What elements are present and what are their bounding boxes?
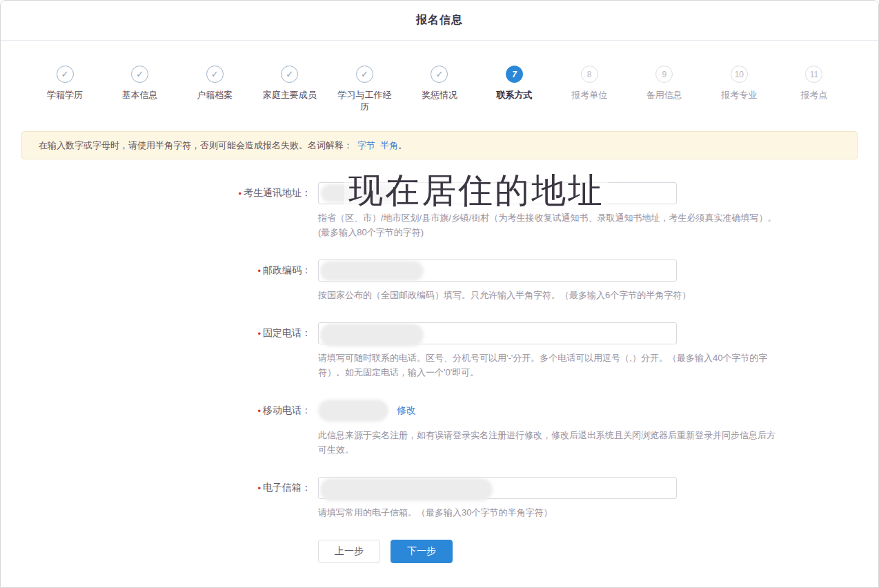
postal-code-control: 按国家公布的（全国邮政编码）填写。只允许输入半角字符。（最多输入6个字节的半角字… <box>318 259 782 302</box>
step-label: 奖惩情况 <box>422 89 457 101</box>
step-household-archive[interactable]: ✓ 户籍档案 <box>182 66 247 112</box>
mobile-phone-label: •移动电话： <box>1 400 311 457</box>
halfwidth-glossary-link[interactable]: 半角 <box>380 139 398 152</box>
step-number: 8 <box>581 66 598 83</box>
check-icon: ✓ <box>57 66 74 83</box>
next-step-button[interactable]: 下一步 <box>391 540 453 563</box>
wizard-stepper: ✓ 学籍学历 ✓ 基本信息 ✓ 户籍档案 ✓ 家庭主要成员 ✓ 学习与工作经历 … <box>1 41 878 112</box>
step-application-major[interactable]: 10 报考专业 <box>707 66 771 112</box>
step-study-work-experience[interactable]: ✓ 学习与工作经历 <box>332 66 397 112</box>
step-label: 联系方式 <box>497 89 533 101</box>
email-row: •电子信箱： 请填写常用的电子信箱。（最多输入30个字节的半角字符） <box>1 477 878 520</box>
halfwidth-notice-banner: 在输入数字或字母时，请使用半角字符，否则可能会造成报名失败。名词解释： 字节 半… <box>21 131 858 159</box>
step-application-site[interactable]: 11 报考点 <box>782 66 847 112</box>
mailing-address-help: 指省（区、市）/地市区划/县市旗/乡镇/街村（为考生接收复试通知书、录取通知书地… <box>318 210 782 239</box>
page-title: 报名信息 <box>416 13 463 28</box>
mobile-phone-value-wrap: 修改 <box>318 400 782 422</box>
mailing-address-row: •考生通讯地址： 现在居住的地址 指省（区、市）/地市区划/县市旗/乡镇/街村（… <box>1 182 878 239</box>
fixed-phone-label: •固定电话： <box>1 322 311 380</box>
mailing-address-control: 现在居住的地址 指省（区、市）/地市区划/县市旗/乡镇/街村（为考生接收复试通知… <box>318 182 782 239</box>
modify-mobile-link[interactable]: 修改 <box>397 404 416 417</box>
step-basic-info[interactable]: ✓ 基本信息 <box>108 66 172 112</box>
address-annotation-overlay: 现在居住的地址 <box>344 172 609 209</box>
check-icon: ✓ <box>206 66 224 83</box>
mobile-phone-row: •移动电话： 修改 此信息来源于实名注册，如有误请登录实名注册进行修改，修改后退… <box>1 400 878 457</box>
fixed-phone-control: 请填写可随时联系的电话。区号、分机号可以用'-'分开。多个电话可以用逗号（,）分… <box>318 322 782 380</box>
step-label: 报考点 <box>800 89 827 101</box>
email-label: •电子信箱： <box>1 477 311 520</box>
step-label: 备用信息 <box>646 89 682 101</box>
postal-code-row: •邮政编码： 按国家公布的（全国邮政编码）填写。只允许输入半角字符。（最多输入6… <box>1 259 878 302</box>
contact-info-form: •考生通讯地址： 现在居住的地址 指省（区、市）/地市区划/县市旗/乡镇/街村（… <box>1 182 878 582</box>
required-mark: • <box>257 406 261 416</box>
step-number: 9 <box>655 66 673 83</box>
step-label: 学籍学历 <box>47 89 83 101</box>
step-label: 学习与工作经历 <box>335 89 394 112</box>
header: 报名信息 <box>1 1 878 41</box>
check-icon: ✓ <box>356 66 373 83</box>
required-mark: • <box>238 188 241 199</box>
step-number: 11 <box>805 66 822 83</box>
required-mark: • <box>257 483 261 493</box>
step-rewards-punishments[interactable]: ✓ 奖惩情况 <box>407 66 472 112</box>
step-application-unit[interactable]: 8 报考单位 <box>557 66 622 112</box>
step-label: 家庭主要成员 <box>263 89 317 101</box>
mailing-address-label: •考生通讯地址： <box>1 182 311 239</box>
step-label: 报考专业 <box>721 89 757 101</box>
step-contact-info[interactable]: 7 联系方式 <box>482 66 547 112</box>
step-number: 10 <box>731 66 748 83</box>
check-icon: ✓ <box>431 66 448 83</box>
required-mark: • <box>257 266 261 276</box>
step-label: 报考单位 <box>571 89 607 101</box>
previous-step-button[interactable]: 上一步 <box>318 540 380 563</box>
fixed-phone-help: 请填写可随时联系的电话。区号、分机号可以用'-'分开。多个电话可以用逗号（,）分… <box>318 351 782 380</box>
email-help: 请填写常用的电子信箱。（最多输入30个字节的半角字符） <box>318 505 782 520</box>
notice-text: 在输入数字或字母时，请使用半角字符，否则可能会造成报名失败。名词解释： <box>39 139 353 152</box>
postal-code-help: 按国家公布的（全国邮政编码）填写。只允许输入半角字符。（最多输入6个字节的半角字… <box>318 288 782 302</box>
postal-code-input[interactable] <box>318 259 677 282</box>
mobile-phone-help: 此信息来源于实名注册，如有误请登录实名注册进行修改，修改后退出系统且关闭浏览器后… <box>318 428 782 457</box>
required-mark: • <box>257 329 261 339</box>
form-actions: 上一步 下一步 <box>318 540 878 582</box>
step-family-members[interactable]: ✓ 家庭主要成员 <box>257 66 322 112</box>
postal-code-label: •邮政编码： <box>1 259 311 302</box>
notice-suffix: 。 <box>398 139 407 152</box>
step-label: 基本信息 <box>122 89 158 101</box>
step-backup-info[interactable]: 9 备用信息 <box>632 66 697 112</box>
byte-glossary-link[interactable]: 字节 <box>357 139 375 152</box>
mobile-phone-control: 修改 此信息来源于实名注册，如有误请登录实名注册进行修改，修改后退出系统且关闭浏… <box>318 400 782 457</box>
check-icon: ✓ <box>281 66 298 83</box>
step-number: 7 <box>506 66 523 83</box>
step-label: 户籍档案 <box>197 89 233 101</box>
fixed-phone-input[interactable] <box>318 322 677 344</box>
check-icon: ✓ <box>131 66 148 83</box>
step-academic-record[interactable]: ✓ 学籍学历 <box>32 66 97 112</box>
email-input[interactable] <box>318 477 677 499</box>
fixed-phone-row: •固定电话： 请填写可随时联系的电话。区号、分机号可以用'-'分开。多个电话可以… <box>1 322 878 380</box>
redacted-value <box>318 400 388 422</box>
registration-window: 报名信息 ✓ 学籍学历 ✓ 基本信息 ✓ 户籍档案 ✓ 家庭主要成员 ✓ 学习与… <box>0 0 879 588</box>
email-control: 请填写常用的电子信箱。（最多输入30个字节的半角字符） <box>318 477 782 520</box>
